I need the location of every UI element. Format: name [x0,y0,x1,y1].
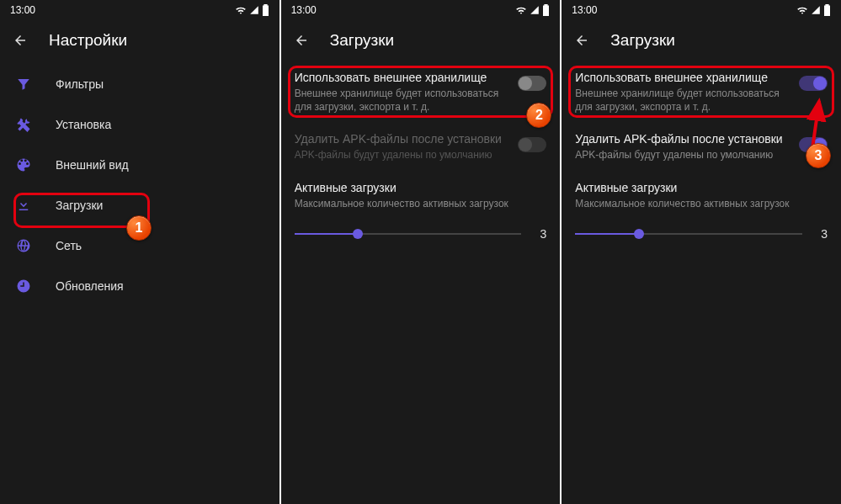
menu-label: Фильтры [56,77,104,91]
setting-subtitle: APK-файлы будут удалены по умолчанию [295,148,510,162]
status-bar: 13:00 [281,0,561,20]
signal-icon [811,5,821,15]
menu-item-appearance[interactable]: Внешний вид [0,145,279,185]
signal-icon [530,5,540,15]
status-time: 13:00 [291,4,317,16]
page-title: Настройки [49,31,127,50]
globe-icon [15,237,32,254]
filter-icon [15,76,32,93]
phone-screen-downloads-off: 13:00 Загрузки Использовать внешнее хран… [281,0,561,504]
setting-external-storage[interactable]: Использовать внешнее хранилище Внешнее х… [562,61,841,122]
clock-icon [15,278,32,294]
setting-subtitle: Внешнее хранилище будет использоваться д… [575,87,790,114]
phone-screen-downloads-on: 13:00 Загрузки Использовать внешнее хран… [562,0,841,504]
battery-icon [542,4,550,16]
wifi-icon [796,5,808,15]
menu-label: Установка [56,118,111,131]
arrow-left-icon [574,33,589,48]
setting-active-downloads: Активные загрузки Максимальное количеств… [562,171,841,219]
page-title: Загрузки [330,31,394,50]
menu-item-downloads[interactable]: Загрузки [0,185,279,225]
setting-title: Удалить APK-файлы после установки [575,132,790,146]
back-button[interactable] [12,32,29,49]
battery-icon [823,4,831,16]
setting-title: Активные загрузки [295,181,547,194]
status-time: 13:00 [572,4,597,16]
settings-menu: Фильтры Установка Внешний вид Загрузки С… [0,61,279,306]
setting-delete-apk[interactable]: Удалить APK-файлы после установки APK-фа… [562,122,841,170]
setting-title: Использовать внешнее хранилище [295,71,510,84]
download-icon [15,197,32,214]
tools-icon [15,116,32,133]
menu-item-network[interactable]: Сеть [0,225,279,266]
toggle-external-storage[interactable] [518,76,546,91]
battery-icon [262,4,269,16]
menu-label: Обновления [56,279,124,293]
toggle-delete-apk[interactable] [799,137,828,152]
menu-label: Сеть [56,239,82,252]
setting-title: Активные загрузки [575,181,828,194]
status-time: 13:00 [10,4,35,16]
arrow-left-icon [294,33,309,48]
setting-subtitle: Максимальное количество активных загрузо… [575,197,828,210]
back-button[interactable] [293,32,310,49]
status-icons [796,4,831,16]
menu-label: Внешний вид [56,158,129,172]
slider-active-downloads[interactable]: 3 [281,219,561,242]
status-bar: 13:00 [0,0,279,20]
setting-delete-apk: Удалить APK-файлы после установки APK-фа… [281,122,561,170]
menu-item-install[interactable]: Установка [0,104,279,145]
slider-value: 3 [535,227,546,241]
arrow-left-icon [13,33,28,48]
setting-active-downloads: Активные загрузки Максимальное количеств… [281,171,561,219]
page-title: Загрузки [610,31,674,50]
app-bar: Загрузки [562,20,841,61]
toggle-delete-apk [518,137,546,152]
setting-subtitle: APK-файлы будут удалены по умолчанию [575,148,790,162]
menu-item-filters[interactable]: Фильтры [0,64,279,104]
back-button[interactable] [573,32,590,49]
slider-value: 3 [816,227,828,241]
status-icons [515,4,550,16]
app-bar: Настройки [0,20,279,61]
toggle-external-storage[interactable] [799,76,828,91]
menu-label: Загрузки [56,199,103,212]
wifi-icon [515,5,527,15]
phone-screen-settings: 13:00 Настройки Фильтры Установка Внешни… [0,0,279,504]
status-icons [235,4,269,16]
setting-title: Использовать внешнее хранилище [575,71,790,84]
wifi-icon [235,5,247,15]
setting-subtitle: Внешнее хранилище будет использоваться д… [295,87,510,114]
app-bar: Загрузки [281,20,561,61]
palette-icon [15,157,32,173]
slider-active-downloads[interactable]: 3 [562,219,841,242]
setting-title: Удалить APK-файлы после установки [295,132,510,146]
status-bar: 13:00 [562,0,841,20]
setting-subtitle: Максимальное количество активных загрузо… [295,197,547,210]
signal-icon [249,5,259,15]
menu-item-updates[interactable]: Обновления [0,266,279,306]
setting-external-storage[interactable]: Использовать внешнее хранилище Внешнее х… [281,61,561,122]
